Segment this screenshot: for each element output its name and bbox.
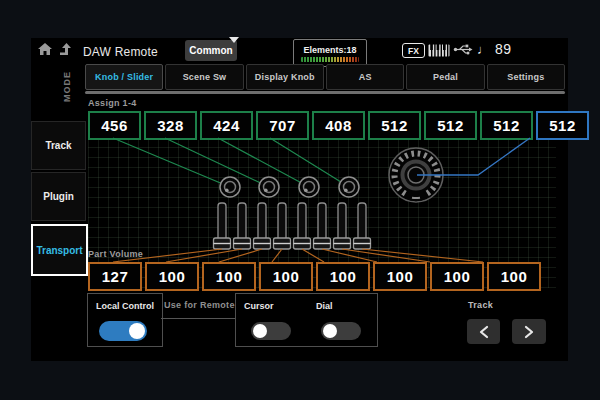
daw-remote-screen: DAW Remote Common Elements:18 FX <box>31 38 568 361</box>
part-volume-2[interactable]: 100 <box>145 262 199 291</box>
tab-as[interactable]: AS <box>326 64 404 90</box>
local-control-box: Local Control <box>87 293 163 347</box>
dial-box: Dial <box>308 293 378 347</box>
assign-value-3[interactable]: 424 <box>200 111 253 140</box>
dial-toggle[interactable] <box>321 322 361 340</box>
part-volume-8[interactable]: 100 <box>487 262 541 291</box>
part-volume-row: 127 100 100 100 100 100 100 100 <box>88 262 541 291</box>
track-nav-label: Track <box>468 300 493 310</box>
usb-icon <box>453 42 473 57</box>
tab-pedal[interactable]: Pedal <box>406 64 484 90</box>
track-prev-button[interactable] <box>467 319 500 344</box>
part-volume-3[interactable]: 100 <box>202 262 256 291</box>
part-volume-6[interactable]: 100 <box>373 262 427 291</box>
elements-meter-badge: Elements:18 <box>293 39 367 67</box>
local-control-toggle[interactable] <box>99 321 147 341</box>
part-volume-7[interactable]: 100 <box>430 262 484 291</box>
cursor-box: Cursor <box>235 293 310 347</box>
cursor-label: Cursor <box>244 301 274 311</box>
tab-bar: Knob / Slider Scene Sw Display Knob AS P… <box>85 64 565 90</box>
dial-label: Dial <box>316 301 333 311</box>
level-meter <box>301 57 359 62</box>
sidebar-item-transport[interactable]: Transport <box>31 224 88 276</box>
assign-value-8[interactable]: 512 <box>480 111 533 140</box>
part-volume-1[interactable]: 127 <box>88 262 142 291</box>
tab-knob-slider[interactable]: Knob / Slider <box>85 64 163 90</box>
device-frame: DAW Remote Common Elements:18 FX <box>0 0 600 400</box>
tempo-display[interactable]: ♩ 89 <box>477 41 512 57</box>
keyboard-icon <box>428 43 450 56</box>
chevron-left-icon <box>478 325 490 339</box>
local-control-label: Local Control <box>96 301 154 311</box>
chevron-right-icon <box>523 325 535 339</box>
up-level-icon[interactable] <box>58 41 74 57</box>
assign-value-2[interactable]: 328 <box>144 111 197 140</box>
assign-value-1[interactable]: 456 <box>88 111 141 140</box>
common-button[interactable]: Common <box>185 40 237 61</box>
dropdown-caret-icon <box>229 37 239 43</box>
part-volume-label: Part Volume <box>88 249 143 259</box>
assign-value-9-selected[interactable]: 512 <box>536 111 589 140</box>
fx-indicator: FX <box>402 43 425 58</box>
page-title: DAW Remote <box>83 45 158 59</box>
home-icon[interactable] <box>37 41 53 57</box>
tab-scroll-indicator <box>85 91 565 94</box>
assign-value-6[interactable]: 512 <box>368 111 421 140</box>
quarter-note-icon: ♩ <box>477 42 490 57</box>
use-for-remote-divider <box>161 318 235 319</box>
sidebar-item-plugin[interactable]: Plugin <box>31 172 86 221</box>
tab-display-knob[interactable]: Display Knob <box>246 64 324 90</box>
common-button-label: Common <box>189 45 232 56</box>
assign-value-4[interactable]: 707 <box>256 111 309 140</box>
assign-value-5[interactable]: 408 <box>312 111 365 140</box>
tempo-value: 89 <box>495 41 512 57</box>
fx-label: FX <box>408 46 419 56</box>
use-for-remote-label: Use for Remote <box>164 300 235 310</box>
assign-section-label: Assign 1-4 <box>88 98 137 108</box>
track-next-button[interactable] <box>512 319 546 344</box>
assign-value-7[interactable]: 512 <box>424 111 477 140</box>
part-volume-5[interactable]: 100 <box>316 262 370 291</box>
elements-label: Elements:18 <box>303 45 356 55</box>
mode-label: MODE <box>62 65 78 109</box>
assign-value-row: 456 328 424 707 408 512 512 512 512 <box>88 111 589 140</box>
tab-scene-sw[interactable]: Scene Sw <box>165 64 243 90</box>
sidebar-item-track[interactable]: Track <box>31 121 86 170</box>
tab-settings[interactable]: Settings <box>487 64 565 90</box>
cursor-toggle[interactable] <box>251 322 291 340</box>
part-volume-4[interactable]: 100 <box>259 262 313 291</box>
